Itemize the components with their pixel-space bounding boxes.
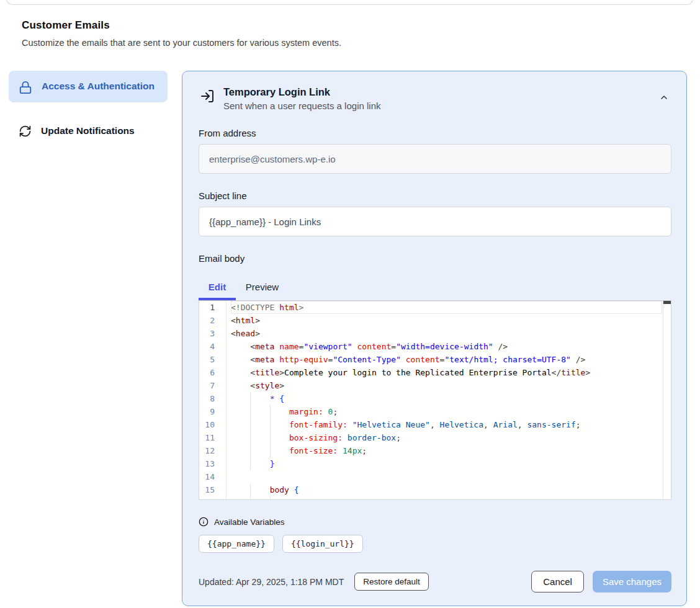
email-settings-panel: Temporary Login Link Sent when a user re… [182,71,687,606]
refresh-icon [19,125,32,138]
chevron-up-icon [659,92,669,102]
email-body-tabs: Edit Preview [199,278,671,300]
code-line[interactable] [231,470,662,483]
code-line[interactable]: } [231,457,662,470]
code-line[interactable]: margin: 0; [231,405,662,418]
log-in-icon [200,89,215,104]
updated-timestamp: Updated: Apr 29, 2025, 1:18 PM MDT [199,577,344,587]
code-line[interactable]: font-family: "Helvetica Neue", Helvetica… [231,418,662,431]
panel-footer: Updated: Apr 29, 2025, 1:18 PM MDT Resto… [199,571,671,592]
available-variables-header: Available Variables [199,517,671,527]
previous-card-bottom-edge [6,0,693,5]
code-line[interactable]: <html> [231,314,662,327]
lock-icon [19,81,32,94]
available-variables-label: Available Variables [214,517,285,527]
variable-chip[interactable]: {{app_name}} [199,535,274,553]
from-address-label: From address [199,128,671,138]
restore-default-button[interactable]: Restore default [354,573,429,591]
code-line[interactable]: <title>Complete your login to the Replic… [231,366,662,379]
panel-header-text: Temporary Login Link Sent when a user re… [223,86,380,111]
email-body-label: Email body [199,253,671,264]
page-title: Customer Emails [22,19,700,32]
panel-subtitle: Sent when a user requests a login link [223,101,380,111]
variable-chip[interactable]: {{login_url}} [282,535,363,553]
subject-line-label: Subject line [199,190,671,201]
tab-preview[interactable]: Preview [236,278,289,300]
code-line[interactable]: <style> [231,379,662,392]
sidebar: Access & Authentication Update Notificat… [9,71,168,143]
code-line[interactable]: * { [231,392,662,405]
content-row: Access & Authentication Update Notificat… [9,71,687,606]
code-line[interactable]: <!DOCTYPE html> [231,301,662,314]
sidebar-item-label: Access & Authentication [42,79,155,94]
panel-header: Temporary Login Link Sent when a user re… [199,86,671,111]
cancel-button[interactable]: Cancel [531,571,584,592]
code-editor[interactable]: 12345678910111213141516 <!DOCTYPE html><… [199,300,671,500]
code-line[interactable]: body { [231,483,662,496]
sidebar-item-access-authentication[interactable]: Access & Authentication [9,71,168,102]
info-icon [199,517,209,527]
sidebar-item-update-notifications[interactable]: Update Notifications [9,118,168,143]
page-header: Customer Emails Customize the emails tha… [22,19,700,48]
variable-chips: {{app_name}}{{login_url}} [199,535,671,553]
code-line[interactable]: <head> [231,327,662,340]
page-subtitle: Customize the emails that are sent to yo… [22,38,700,48]
from-address-input[interactable] [199,144,671,174]
editor-scrollbar-thumb[interactable] [663,301,671,304]
panel-title: Temporary Login Link [223,86,380,98]
sidebar-item-label: Update Notifications [41,123,135,138]
save-changes-button[interactable]: Save changes [593,571,671,592]
tab-edit[interactable]: Edit [199,278,236,300]
code-line[interactable]: font-size: 14px; [231,444,662,457]
collapse-section-button[interactable] [657,86,671,109]
editor-scrollbar[interactable] [663,301,671,499]
code-line[interactable]: <meta name="viewport" content="width=dev… [231,340,662,353]
code-line[interactable]: <meta http-equiv="Content-Type" content=… [231,353,662,366]
subject-line-input[interactable] [199,207,671,236]
editor-code-area[interactable]: <!DOCTYPE html><html><head> <meta name="… [227,301,662,499]
editor-line-numbers: 12345678910111213141516 [199,301,227,499]
code-line[interactable]: box-sizing: border-box; [231,431,662,444]
code-line[interactable]: background-color: #f0f0f0; [231,496,662,500]
